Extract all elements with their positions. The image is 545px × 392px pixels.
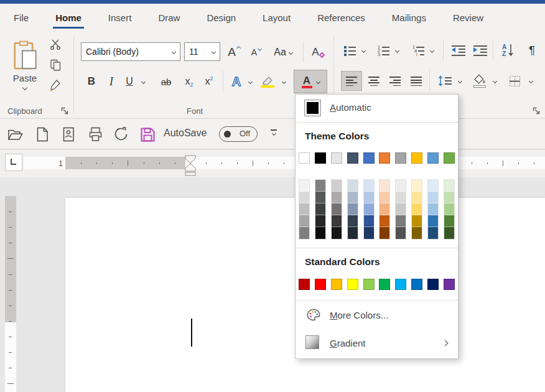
- theme-variant-swatch[interactable]: [396, 215, 406, 227]
- tab-file[interactable]: File: [14, 12, 29, 23]
- theme-variant-swatch[interactable]: [412, 180, 422, 192]
- font-size-combobox[interactable]: 11: [184, 42, 220, 61]
- theme-color-swatch[interactable]: [444, 152, 455, 164]
- tab-insert[interactable]: Insert: [108, 12, 132, 23]
- theme-variant-swatch[interactable]: [332, 192, 342, 203]
- theme-variant-swatch[interactable]: [364, 203, 374, 215]
- cut-button[interactable]: [47, 36, 63, 52]
- theme-variant-swatch[interactable]: [396, 227, 406, 239]
- theme-variant-swatch[interactable]: [396, 180, 406, 192]
- text-effects-chevron[interactable]: [245, 72, 255, 91]
- standard-color-swatch[interactable]: [411, 279, 422, 290]
- italic-button[interactable]: I: [103, 72, 119, 91]
- align-right-button[interactable]: [386, 71, 404, 91]
- borders-button[interactable]: [505, 71, 524, 91]
- theme-color-swatch[interactable]: [411, 152, 422, 164]
- theme-variant-swatch[interactable]: [364, 180, 374, 192]
- strikethrough-button[interactable]: ab: [156, 72, 177, 91]
- standard-color-swatch[interactable]: [299, 279, 310, 290]
- theme-variant-swatch[interactable]: [315, 180, 325, 192]
- theme-variant-swatch[interactable]: [348, 180, 358, 192]
- theme-color-swatch[interactable]: [347, 152, 358, 164]
- theme-variant-swatch[interactable]: [348, 227, 358, 239]
- paragraph-dialog-launcher[interactable]: [533, 106, 541, 114]
- theme-variant-swatch[interactable]: [428, 180, 438, 192]
- theme-variant-swatch[interactable]: [348, 215, 358, 227]
- show-formatting-button[interactable]: ¶: [523, 41, 541, 60]
- theme-variant-swatch[interactable]: [396, 203, 406, 215]
- clipboard-dialog-launcher[interactable]: [61, 106, 69, 114]
- justify-button[interactable]: [407, 71, 426, 91]
- gradient-item[interactable]: Gradient: [296, 331, 458, 356]
- theme-variant-swatch[interactable]: [444, 227, 454, 239]
- theme-variant-swatch[interactable]: [332, 203, 342, 215]
- theme-variant-swatch[interactable]: [428, 203, 438, 215]
- line-spacing-chevron[interactable]: [455, 71, 464, 91]
- theme-variant-swatch[interactable]: [444, 215, 454, 227]
- autosave-toggle[interactable]: Off: [219, 126, 258, 142]
- theme-color-swatch[interactable]: [395, 152, 406, 164]
- theme-variant-swatch[interactable]: [396, 192, 406, 203]
- numbering-chevron[interactable]: [392, 41, 402, 60]
- line-spacing-button[interactable]: [434, 71, 455, 91]
- open-button[interactable]: [6, 126, 24, 143]
- theme-variant-swatch[interactable]: [348, 203, 358, 215]
- indent-markers[interactable]: [185, 155, 196, 176]
- contacts-button[interactable]: [60, 126, 77, 143]
- standard-color-swatch[interactable]: [427, 279, 439, 290]
- paste-button[interactable]: Paste: [6, 35, 44, 95]
- theme-color-swatch[interactable]: [299, 152, 310, 164]
- theme-color-swatch[interactable]: [331, 152, 342, 164]
- theme-variant-swatch[interactable]: [380, 227, 389, 239]
- automatic-color-item[interactable]: Automatic: [296, 95, 458, 120]
- multilevel-list-button[interactable]: 1 a i: [411, 41, 427, 60]
- shrink-font-button[interactable]: A: [246, 42, 266, 62]
- numbering-button[interactable]: 1 2 3: [376, 41, 392, 60]
- theme-variant-swatch[interactable]: [348, 192, 358, 203]
- font-color-button[interactable]: A: [294, 70, 327, 93]
- theme-variant-swatch[interactable]: [428, 215, 438, 227]
- theme-variant-swatch[interactable]: [412, 192, 422, 203]
- align-center-button[interactable]: [365, 71, 383, 91]
- theme-variant-swatch[interactable]: [428, 227, 438, 239]
- sort-button[interactable]: A Z: [497, 41, 518, 60]
- multilevel-chevron[interactable]: [427, 41, 437, 60]
- theme-variant-swatch[interactable]: [332, 227, 342, 239]
- hanging-indent-marker[interactable]: [185, 164, 195, 171]
- theme-color-swatch[interactable]: [315, 152, 326, 164]
- standard-color-swatch[interactable]: [395, 279, 406, 290]
- theme-variant-swatch[interactable]: [412, 203, 422, 215]
- customize-qat-button[interactable]: [270, 129, 277, 135]
- text-effects-button[interactable]: A: [228, 72, 245, 91]
- theme-variant-swatch[interactable]: [380, 192, 389, 203]
- copy-button[interactable]: [47, 57, 63, 73]
- theme-variant-swatch[interactable]: [380, 215, 389, 227]
- theme-variant-swatch[interactable]: [315, 203, 325, 215]
- theme-variant-swatch[interactable]: [444, 203, 454, 215]
- shading-chevron[interactable]: [490, 71, 499, 91]
- standard-color-swatch[interactable]: [347, 279, 358, 290]
- theme-color-swatch[interactable]: [427, 152, 439, 164]
- tab-stop-selector[interactable]: [5, 154, 22, 171]
- tab-draw[interactable]: Draw: [158, 12, 180, 23]
- format-painter-button[interactable]: [47, 77, 63, 93]
- redo-button[interactable]: [113, 126, 130, 143]
- bold-button[interactable]: B: [83, 72, 100, 91]
- underline-chevron[interactable]: [138, 72, 148, 91]
- theme-variant-swatch[interactable]: [299, 203, 309, 215]
- tab-design[interactable]: Design: [207, 12, 236, 23]
- theme-variant-swatch[interactable]: [364, 227, 374, 239]
- print-preview-button[interactable]: [86, 126, 104, 143]
- theme-variant-swatch[interactable]: [364, 192, 374, 203]
- standard-color-swatch[interactable]: [331, 279, 342, 290]
- underline-button[interactable]: U: [122, 72, 137, 91]
- theme-variant-swatch[interactable]: [332, 180, 342, 192]
- increase-indent-button[interactable]: [471, 41, 490, 60]
- borders-chevron[interactable]: [526, 71, 535, 91]
- standard-color-swatch[interactable]: [379, 279, 390, 290]
- theme-variant-swatch[interactable]: [412, 227, 422, 239]
- horizontal-ruler[interactable]: 1: [24, 157, 545, 169]
- clear-formatting-button[interactable]: A: [307, 42, 328, 62]
- decrease-indent-button[interactable]: [449, 41, 468, 60]
- bullets-chevron[interactable]: [358, 41, 368, 60]
